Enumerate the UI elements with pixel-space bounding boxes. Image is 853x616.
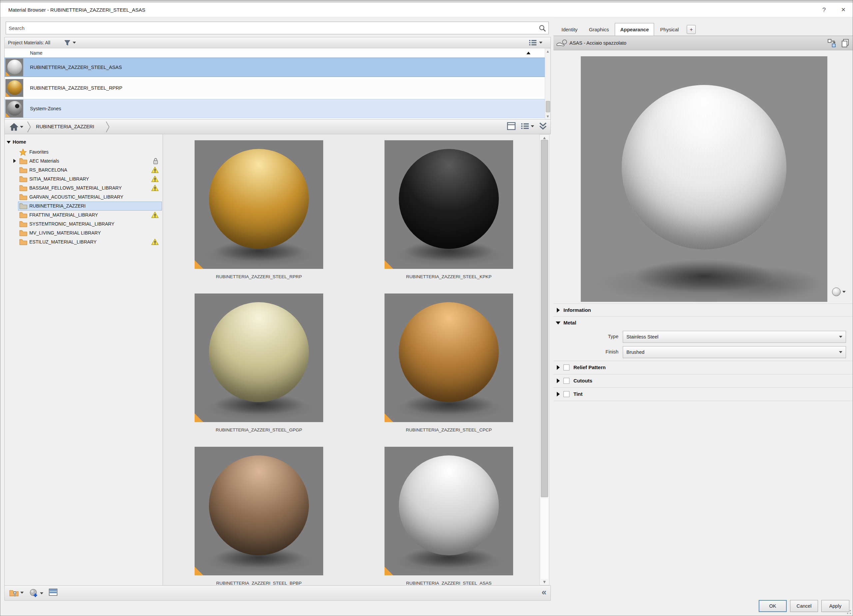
cancel-button[interactable]: Cancel [790,600,818,612]
material-card-rprp[interactable]: RUBINETTERIA_ZAZZERI_STEEL_RPRP [194,140,323,279]
list-view-icon[interactable] [528,39,537,46]
section-metal[interactable]: Metal [554,317,853,329]
browser-toolbar: « [5,585,551,601]
list-scrollbar[interactable]: ▲ ▼ [545,48,551,119]
collapse-panel-icon[interactable]: « [542,587,546,597]
metal-finish-row: Finish Brushed [554,346,853,359]
section-tint[interactable]: Tint [554,389,853,400]
cutouts-checkbox[interactable] [563,378,569,384]
scroll-up-icon[interactable]: ▲ [540,135,549,140]
apply-button[interactable]: Apply [821,600,849,612]
scroll-down-icon[interactable]: ▼ [546,114,550,118]
filter-icon[interactable] [64,39,71,46]
material-grid: RUBINETTERIA_ZAZZERI_STEEL_RPRP RUBINETT… [163,134,539,585]
section-cutouts[interactable]: Cutouts [554,375,853,387]
tab-graphics[interactable]: Graphics [583,23,614,36]
expand-caret-icon[interactable] [557,365,560,370]
relief-pattern-checkbox[interactable] [563,364,569,370]
sidebar-item-sitia[interactable]: SITIA_MATERIAL_LIBRARY [5,174,163,184]
material-thumbnail [5,100,23,118]
grid-scrollbar[interactable]: ▲ ▼ [539,134,549,585]
library-tag-icon [384,260,393,269]
material-card-gpgp[interactable]: RUBINETTERIA_ZAZZERI_STEEL_GPGP [194,293,323,432]
home-icon[interactable] [9,123,19,131]
expand-caret-icon[interactable] [557,378,560,383]
replace-asset-icon[interactable] [827,39,836,48]
sort-ascending-icon[interactable] [527,52,530,54]
finish-label: Finish [554,346,618,358]
name-column-header[interactable]: Name [30,48,42,58]
material-card-bpbp[interactable]: RUBINETTERIA_ZAZZERI_STEEL_BPBP [194,447,323,585]
manage-library-icon[interactable] [9,588,19,597]
duplicate-asset-icon[interactable] [841,39,849,48]
finish-dropdown[interactable]: Brushed [623,346,846,358]
collapse-caret-icon[interactable] [556,322,560,325]
search-icon[interactable] [539,24,546,32]
tab-appearance[interactable]: Appearance [615,23,654,36]
appearance-panel: Identity Graphics Appearance Physical + … [554,18,853,616]
folder-icon [19,176,27,182]
close-button[interactable]: ✕ [836,3,851,17]
sidebar-item-aec-materials[interactable]: AEC Materials [5,156,163,165]
help-button[interactable]: ? [817,3,831,17]
add-tab-button[interactable]: + [687,25,696,34]
expand-caret-icon[interactable] [557,308,560,313]
sidebar-item-rubinetteria-zazzeri[interactable]: RUBINETTERIA_ZAZZERI [5,202,163,211]
panel-view-icon[interactable] [507,122,516,130]
sidebar-item-rs-barcelona[interactable]: RS_BARCELONA [5,165,163,174]
scrollbar-thumb[interactable] [546,101,550,112]
project-materials-bar: Project Materials: All [5,37,551,48]
material-card-cpcp[interactable]: RUBINETTERIA_ZAZZERI_STEEL_CPCP [384,293,513,432]
sidebar-item-mv-living[interactable]: MV_LIVING_MATERIAL LIBRARY [5,229,163,238]
type-dropdown[interactable]: Stainless Steel [623,331,846,343]
scrollbar-thumb[interactable] [541,140,548,497]
tab-physical[interactable]: Physical [655,23,684,36]
create-material-caret-icon[interactable] [40,592,43,594]
breadcrumb-item[interactable]: RUBINETTERIA_ZAZZERI [36,120,94,134]
expand-caret-icon[interactable] [13,159,16,163]
manage-library-caret-icon[interactable] [20,592,24,594]
sidebar-item-estiluz[interactable]: ESTILUZ_MATERIAL_LIBRARY [5,238,163,247]
collapse-caret-icon[interactable] [7,141,11,144]
tab-identity[interactable]: Identity [556,23,583,36]
dropdown-caret-icon [839,336,842,338]
material-row-asas[interactable]: RUBINETTERIA_ZAZZERI_STEEL_ASAS [5,58,545,77]
list-view-caret-icon[interactable] [539,42,542,44]
expand-caret-icon[interactable] [557,392,560,396]
library-tag-icon [194,260,203,269]
section-information[interactable]: Information [554,305,853,316]
material-thumbnail [5,58,23,76]
sidebar-item-garvan-acoustic[interactable]: GARVAN_ACOUSTIC_MATERIAL_LIBRARY [5,193,163,202]
list-header[interactable]: Name [5,48,545,58]
breadcrumb-chevron-icon [27,121,32,133]
filter-caret-icon[interactable] [73,42,76,44]
property-table-icon[interactable] [49,588,58,596]
material-row-rprp[interactable]: RUBINETTERIA_ZAZZERI_STEEL_RPRP [5,78,545,98]
breadcrumb-chevron-icon [105,121,110,133]
warning-icon [151,212,159,218]
grid-view-icon[interactable] [521,122,530,130]
material-card-kpkp[interactable]: RUBINETTERIA_ZAZZERI_STEEL_KPKP [384,140,513,279]
home-caret-icon[interactable] [20,126,23,128]
scroll-up-icon[interactable]: ▲ [546,49,550,53]
window-frame-top [0,0,853,3]
tree-root-home[interactable]: Home [7,138,26,146]
sidebar-item-favorites[interactable]: Favorites [5,147,163,156]
project-materials-label[interactable]: Project Materials: All [8,37,50,48]
sidebar-item-bassam-fellows[interactable]: BASSAM_FELLOWS_MATERIAL_LIBRARY [5,184,163,193]
create-material-icon[interactable] [29,588,39,598]
ok-button[interactable]: OK [759,600,787,612]
search-input[interactable] [9,22,535,33]
material-card-asas[interactable]: RUBINETTERIA_ZAZZERI_STEEL_ASAS [384,447,513,585]
render-settings-icon [832,288,841,296]
sidebar-item-frattini[interactable]: FRATTINI_MATERIAL_LIBRARY [5,211,163,220]
scroll-down-icon[interactable]: ▼ [540,580,549,584]
grid-view-caret-icon[interactable] [531,125,534,127]
tint-checkbox[interactable] [563,391,569,397]
section-relief-pattern[interactable]: Relief Pattern [554,362,853,373]
resize-grip[interactable] [847,610,851,614]
render-settings-button[interactable] [832,288,846,296]
material-row-system-zones[interactable]: System-Zones [5,99,545,119]
expand-all-icon[interactable] [539,122,547,130]
sidebar-item-systemtronic[interactable]: SYSTEMTRONIC_MATERIAL_LIBRARY [5,220,163,229]
